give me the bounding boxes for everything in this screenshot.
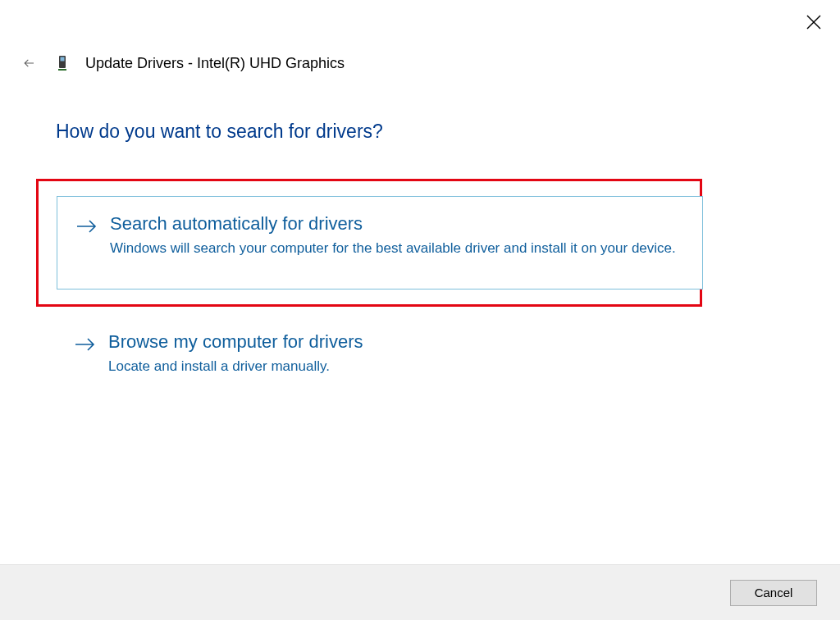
browse-computer-option[interactable]: Browse my computer for drivers Locate an… [56, 321, 702, 390]
dialog-footer: Cancel [0, 564, 840, 620]
arrow-right-icon [74, 333, 97, 356]
back-arrow-icon [21, 55, 38, 71]
close-button[interactable] [804, 12, 824, 32]
svg-rect-3 [61, 57, 65, 62]
dialog-header: Update Drivers - Intel(R) UHD Graphics [0, 0, 840, 73]
device-icon [56, 54, 69, 72]
dialog-content: How do you want to search for drivers? S… [0, 73, 840, 390]
cancel-button[interactable]: Cancel [730, 580, 817, 606]
svg-rect-4 [58, 69, 66, 71]
dialog-title: Update Drivers - Intel(R) UHD Graphics [85, 55, 345, 72]
close-icon [806, 15, 821, 30]
page-heading: How do you want to search for drivers? [56, 121, 840, 143]
highlight-annotation: Search automatically for drivers Windows… [36, 179, 702, 307]
option-title: Search automatically for drivers [110, 213, 679, 235]
option-description: Locate and install a driver manually. [108, 356, 679, 377]
arrow-right-icon [75, 215, 98, 238]
back-button[interactable] [20, 53, 39, 73]
option-title: Browse my computer for drivers [108, 331, 679, 353]
search-automatically-option[interactable]: Search automatically for drivers Windows… [57, 196, 703, 289]
option-description: Windows will search your computer for th… [110, 238, 679, 259]
